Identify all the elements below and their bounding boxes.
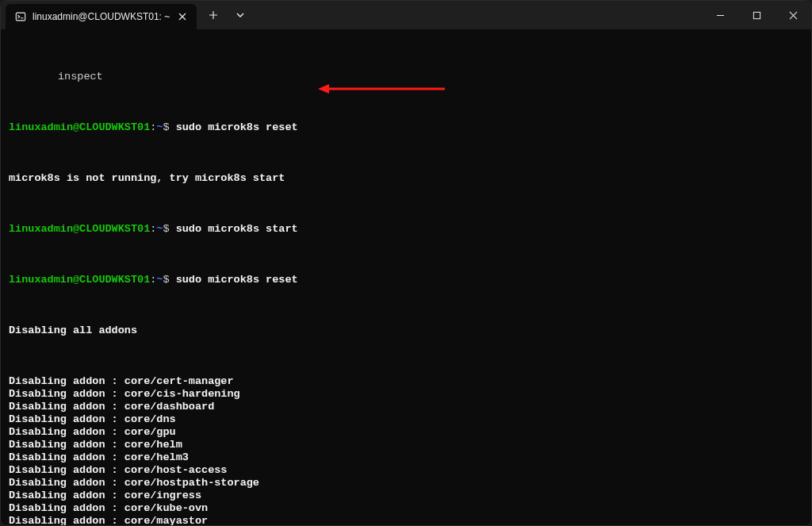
tab-title: linuxadmin@CLOUDWKST01: ~ <box>33 11 170 22</box>
output-line: Disabling addon : core/helm3 <box>9 451 808 464</box>
output-line: Disabling all addons <box>9 324 808 337</box>
output-line: Disabling addon : core/cert-manager <box>9 375 808 388</box>
output-line: Disabling addon : core/helm <box>9 439 808 451</box>
tab-dropdown-button[interactable] <box>228 4 252 26</box>
output-line: Disabling addon : core/gpu <box>9 426 808 439</box>
minimize-button[interactable] <box>702 1 738 29</box>
tab-active[interactable]: linuxadmin@CLOUDWKST01: ~ <box>6 4 197 29</box>
output-line: inspect <box>9 71 808 83</box>
titlebar[interactable]: linuxadmin@CLOUDWKST01: ~ <box>1 1 811 29</box>
output-line: Disabling addon : core/dashboard <box>9 401 808 413</box>
tab-close-button[interactable] <box>176 10 189 23</box>
close-button[interactable] <box>775 1 811 29</box>
window-controls <box>702 1 811 29</box>
output-line: Disabling addon : core/cis-hardening <box>9 388 808 401</box>
titlebar-drag-region[interactable] <box>257 1 702 29</box>
svg-rect-1 <box>753 12 760 18</box>
tabstrip-actions <box>197 1 257 29</box>
terminal-viewport[interactable]: inspect linuxadmin@CLOUDWKST01:~$ sudo m… <box>1 29 811 525</box>
tab-strip: linuxadmin@CLOUDWKST01: ~ <box>1 1 197 29</box>
output-line: Disabling addon : core/dns <box>9 413 808 426</box>
output-line: microk8s is not running, try microk8s st… <box>9 172 808 185</box>
output-line: Disabling addon : core/mayastor <box>9 515 808 525</box>
maximize-button[interactable] <box>738 1 775 29</box>
output-line: Disabling addon : core/hostpath-storage <box>9 477 808 490</box>
prompt-line: linuxadmin@CLOUDWKST01:~$ sudo microk8s … <box>9 223 808 236</box>
output-line: Disabling addon : core/kube-ovn <box>9 502 808 515</box>
svg-marker-3 <box>318 84 329 94</box>
annotation-arrow-icon <box>318 83 445 94</box>
prompt-line: linuxadmin@CLOUDWKST01:~$ sudo microk8s … <box>9 121 808 134</box>
output-line: Disabling addon : core/ingress <box>9 490 808 502</box>
prompt-line: linuxadmin@CLOUDWKST01:~$ sudo microk8s … <box>9 274 808 286</box>
output-line: Disabling addon : core/host-access <box>9 464 808 477</box>
terminal-icon <box>15 11 26 22</box>
terminal-window: linuxadmin@CLOUDWKST01: ~ <box>0 0 812 526</box>
new-tab-button[interactable] <box>201 4 225 26</box>
svg-rect-0 <box>16 13 25 21</box>
